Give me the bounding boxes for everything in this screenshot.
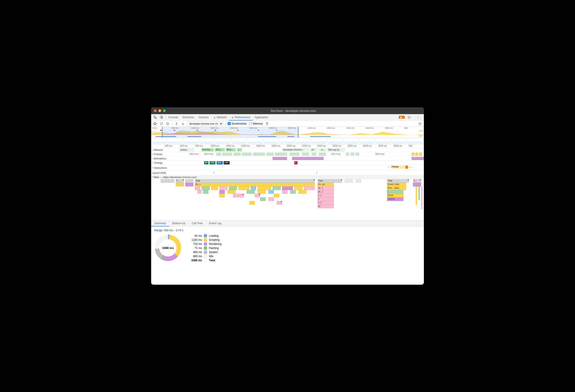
collapse-arrow-icon[interactable]: ▾ xyxy=(152,167,153,169)
tab-performance[interactable]: ▲Performance xyxy=(229,114,253,120)
animations-track[interactable]: ▸Animations xyxy=(151,156,424,161)
tab-summary[interactable]: Summary xyxy=(151,220,169,226)
memory-checkbox[interactable]: Memory xyxy=(249,122,263,125)
main-ruler: 426 ms626 ms826 ms1026 ms1226 ms1426 ms1… xyxy=(151,145,424,148)
reload-record-button[interactable] xyxy=(159,122,163,126)
flame-chart[interactable]: T... Task Task Task T... Ev...t Ev...pt … xyxy=(151,179,424,220)
legend-rendering: 723 msRendering xyxy=(189,242,221,245)
network-track[interactable]: ▸Network extras.... icon-ba... 2d.s... 6… xyxy=(151,148,424,152)
timing-fcp[interactable]: FCP xyxy=(210,161,216,164)
tab-application[interactable]: Application xyxy=(253,114,270,120)
network-request[interactable]: itter.svg (d... xyxy=(327,148,344,151)
garbage-collect-button[interactable] xyxy=(265,122,269,126)
devtools-tabs: ConsoleElementsSources▲Network▲Performan… xyxy=(151,114,424,121)
network-request[interactable]: ...e... xyxy=(319,148,326,151)
legend-idle: 885 msIdle xyxy=(189,255,221,258)
layout-shifts-track[interactable]: Layout shifts xyxy=(151,171,424,175)
expand-arrow-icon[interactable]: ▸ xyxy=(152,153,153,155)
tab-bottom-up[interactable]: Bottom-Up xyxy=(169,220,189,226)
more-icon[interactable]: ⋮ xyxy=(416,115,420,119)
close-button[interactable] xyxy=(154,109,157,112)
record-button[interactable] xyxy=(153,122,157,126)
network-request[interactable]: 60.p... xyxy=(226,148,236,151)
tab-sources[interactable]: Sources xyxy=(196,114,211,120)
svg-rect-1 xyxy=(160,116,162,118)
capture-settings-icon[interactable] xyxy=(418,122,422,126)
timing-lcp[interactable]: LCP xyxy=(224,161,230,164)
main-thread-header[interactable]: ▾Main — https://developer.chrome.com/ xyxy=(151,175,424,179)
settings-icon[interactable] xyxy=(407,115,411,119)
traffic-lights xyxy=(154,109,166,112)
profile-select[interactable]: developer.chrome.com #1 xyxy=(187,122,223,126)
download-profile-button[interactable] xyxy=(181,122,185,126)
svg-point-6 xyxy=(420,123,420,124)
legend-total: 3388 msTotal xyxy=(189,259,221,262)
clear-button[interactable] xyxy=(166,122,170,126)
overview-pane[interactable]: 3 ms826 ms1326 ms1826 ms2326 ms2826 ms33… xyxy=(151,127,424,138)
device-toggle-icon[interactable] xyxy=(159,115,163,119)
window-title: DevTools - developer.chrome.com/ xyxy=(166,109,421,113)
tab-network[interactable]: ▲Network xyxy=(211,114,229,120)
tab-call-tree[interactable]: Call Tree xyxy=(189,220,206,226)
screenshots-checkbox[interactable]: Screenshots xyxy=(228,122,247,125)
legend-painting: 71 msPainting xyxy=(189,246,221,250)
svg-rect-7 xyxy=(160,130,162,131)
tab-event-log[interactable]: Event Log xyxy=(206,220,225,226)
summary-donut-chart: 3388 ms xyxy=(154,234,182,262)
tab-console[interactable]: Console xyxy=(166,114,180,120)
upload-profile-button[interactable] xyxy=(174,122,179,126)
network-request[interactable]: 2d.s... xyxy=(215,148,225,151)
maximize-button[interactable] xyxy=(163,109,166,112)
summary-legend: 62 msLoading1163 msScripting723 msRender… xyxy=(189,234,221,262)
timing-fp[interactable]: FP xyxy=(204,161,209,164)
summary-panel: Range: 350 ms – 3.74 s 3388 ms 62 msLoad… xyxy=(151,226,424,264)
interaction-pointer[interactable]: Pointer xyxy=(391,166,406,169)
issues-badge[interactable]: ◼ 1 xyxy=(399,116,405,119)
devtools-window: DevTools - developer.chrome.com/ Console… xyxy=(151,107,424,285)
network-request[interactable]: extras.... xyxy=(180,148,194,151)
tab-elements[interactable]: Elements xyxy=(180,114,196,120)
interactions-track[interactable]: ▾Interactions Pointer xyxy=(151,165,424,171)
svg-point-3 xyxy=(409,117,409,118)
svg-point-4 xyxy=(154,122,156,125)
network-request[interactable]: icon-ba... xyxy=(202,148,214,151)
cpu-label: CPU xyxy=(419,130,423,132)
collapse-arrow-icon[interactable]: ▾ xyxy=(152,176,153,178)
tracks-pane: ▸Network extras.... icon-ba... 2d.s... 6… xyxy=(151,148,424,220)
warning-icon: ▲ xyxy=(213,116,216,119)
timing-load[interactable]: L xyxy=(294,161,297,164)
frames-track[interactable]: ▸Frames 150.3 ms 183.4 ms 216.4 ms 700.5… xyxy=(151,152,424,156)
minimize-button[interactable] xyxy=(158,109,161,112)
expand-arrow-icon[interactable]: ▸ xyxy=(152,149,153,151)
timings-track[interactable]: ▸Timings FP FCP DCL LCP L xyxy=(151,161,424,165)
timing-dcl[interactable]: DCL xyxy=(216,161,223,164)
legend-loading: 62 msLoading xyxy=(189,234,221,237)
warning-icon: ▲ xyxy=(231,116,234,119)
titlebar: DevTools - developer.chrome.com/ xyxy=(151,107,424,114)
overview-selection[interactable] xyxy=(162,127,298,138)
network-request[interactable]: ... xyxy=(237,148,242,151)
details-tabs: SummaryBottom-UpCall TreeEvent Log xyxy=(151,220,424,226)
net-label: NET xyxy=(419,135,423,137)
range-label: Range: 350 ms – 3.74 s xyxy=(154,229,421,232)
legend-scripting: 1163 msScripting xyxy=(189,238,221,242)
expand-arrow-icon[interactable]: ▸ xyxy=(152,162,153,164)
legend-system: 485 msSystem xyxy=(189,251,221,254)
svg-rect-18 xyxy=(310,136,331,137)
inspect-icon[interactable] xyxy=(153,115,157,119)
network-request[interactable]: developer.chrome.c xyxy=(282,148,309,151)
network-request[interactable]: chr xyxy=(310,148,317,151)
svg-rect-0 xyxy=(154,116,155,117)
performance-toolbar: developer.chrome.com #1 Screenshots Memo… xyxy=(151,121,424,127)
expand-arrow-icon[interactable]: ▸ xyxy=(152,157,153,160)
screenshots-filmstrip[interactable] xyxy=(151,138,424,145)
